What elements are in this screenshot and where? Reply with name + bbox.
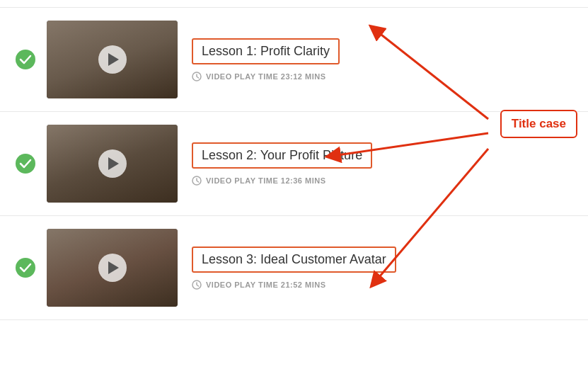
play-button[interactable] — [98, 149, 127, 178]
completed-check-icon — [14, 256, 37, 279]
lesson-row: Lesson 1: Profit Clarity VIDEO PLAY TIME… — [0, 7, 588, 112]
play-button[interactable] — [98, 45, 127, 74]
lesson-title: Lesson 3: Ideal Customer Avatar — [202, 252, 386, 266]
svg-point-4 — [16, 258, 35, 278]
video-time: VIDEO PLAY TIME 23:12 MINS — [206, 72, 326, 81]
lesson-info: Lesson 1: Profit Clarity VIDEO PLAY TIME… — [192, 38, 574, 81]
play-button[interactable] — [98, 254, 127, 282]
lesson-row: Lesson 2: Your Profit Picture VIDEO PLAY… — [0, 112, 588, 216]
svg-point-0 — [16, 50, 35, 69]
lesson-info: Lesson 3: Ideal Customer Avatar VIDEO PL… — [192, 246, 574, 290]
video-time: VIDEO PLAY TIME 12:36 MINS — [206, 176, 326, 185]
clock-icon — [192, 280, 202, 290]
clock-icon — [192, 72, 202, 81]
lesson-row: Lesson 3: Ideal Customer Avatar VIDEO PL… — [0, 216, 588, 320]
svg-point-2 — [16, 154, 35, 174]
lesson-info: Lesson 2: Your Profit Picture VIDEO PLAY… — [192, 142, 574, 186]
lesson-title-box: Lesson 1: Profit Clarity — [192, 38, 340, 64]
video-meta: VIDEO PLAY TIME 12:36 MINS — [192, 176, 574, 186]
lesson-thumbnail[interactable] — [47, 21, 178, 98]
lesson-title-box: Lesson 2: Your Profit Picture — [192, 142, 372, 169]
completed-check-icon — [14, 152, 37, 175]
lesson-title-box: Lesson 3: Ideal Customer Avatar — [192, 246, 396, 273]
video-meta: VIDEO PLAY TIME 21:52 MINS — [192, 280, 574, 290]
video-time: VIDEO PLAY TIME 21:52 MINS — [206, 280, 326, 289]
completed-check-icon — [14, 48, 37, 71]
play-triangle-icon — [108, 53, 119, 66]
lesson-thumbnail[interactable] — [47, 229, 178, 307]
clock-icon — [192, 176, 202, 186]
lessons-list: Lesson 1: Profit Clarity VIDEO PLAY TIME… — [0, 0, 588, 327]
play-triangle-icon — [108, 261, 119, 274]
lesson-thumbnail[interactable] — [47, 125, 178, 203]
play-triangle-icon — [108, 157, 119, 170]
video-meta: VIDEO PLAY TIME 23:12 MINS — [192, 72, 574, 81]
lesson-title: Lesson 2: Your Profit Picture — [202, 148, 362, 162]
lesson-title: Lesson 1: Profit Clarity — [202, 44, 330, 58]
